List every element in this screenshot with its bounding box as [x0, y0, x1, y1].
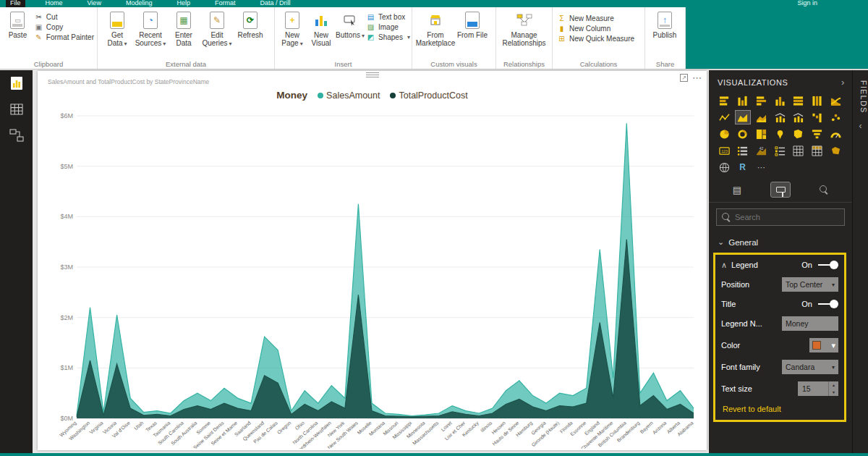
revert-to-default-link[interactable]: Revert to default	[715, 400, 844, 420]
gauge-icon[interactable]	[827, 127, 843, 141]
line-chart-icon[interactable]	[716, 110, 732, 124]
search-input[interactable]	[735, 213, 829, 221]
arcgis-map-icon[interactable]	[716, 160, 732, 174]
ribbon-tab-help[interactable]: Help	[172, 0, 195, 7]
expand-fields-icon[interactable]: ‹	[853, 121, 868, 131]
text-size-stepper[interactable]: ▴▾	[828, 381, 838, 396]
ribbon-tab-data-drill[interactable]: Data / Drill	[255, 0, 294, 7]
table-icon[interactable]	[791, 143, 807, 158]
section-general[interactable]: ⌄ General	[709, 232, 852, 251]
from-file-button[interactable]: From File	[456, 9, 489, 39]
stacked-column-chart-icon[interactable]	[735, 93, 751, 108]
line-and-clustered-column-chart-icon[interactable]	[791, 110, 807, 124]
new-measure-button[interactable]: ΣNew Measure	[557, 14, 634, 22]
area-chart-icon[interactable]	[735, 110, 751, 124]
text-box-icon: ▤	[366, 13, 375, 21]
new-column-button[interactable]: ▮New Column	[557, 25, 634, 33]
data-view-button[interactable]	[0, 96, 33, 122]
clustered-bar-chart-icon[interactable]	[753, 93, 769, 108]
dropdown-caret: ▾	[362, 33, 365, 39]
scatter-chart-icon[interactable]	[827, 110, 843, 124]
report-page[interactable]: ↗ ⋯ SalesAmount and TotalProductCost by …	[38, 71, 707, 450]
y-axis-label: $3M	[60, 263, 73, 271]
font-family-dropdown[interactable]: Candara▾	[782, 360, 838, 374]
format-painter-button[interactable]: ✎Format Painter	[34, 33, 94, 41]
more-options-icon[interactable]: ⋯	[692, 72, 702, 83]
tab-analytics-pane[interactable]	[814, 182, 833, 197]
enter-data-button[interactable]: ▦ Enter Data	[167, 9, 200, 47]
get-data-button[interactable]: Get Data▾	[101, 9, 134, 48]
x-axis-label: Pas de Calais	[252, 420, 278, 444]
legend-toggle[interactable]	[818, 260, 838, 270]
stacked-bar-chart-icon[interactable]	[716, 93, 732, 108]
color-swatch	[812, 341, 821, 350]
ribbon-tab-file[interactable]: File	[6, 0, 25, 7]
r-script-visual-icon[interactable]: R	[735, 160, 751, 174]
collapse-pane-icon[interactable]: ›	[841, 77, 845, 88]
funnel-icon[interactable]	[809, 127, 825, 141]
pie-chart-icon[interactable]	[716, 127, 732, 141]
x-axis-label: Arizona	[652, 420, 668, 435]
refresh-button[interactable]: ⟳ Refresh	[234, 9, 267, 39]
shape-map-icon[interactable]	[827, 143, 843, 158]
manage-relationships-button[interactable]: Manage Relationships	[499, 9, 549, 47]
filled-map-icon[interactable]	[791, 127, 807, 141]
fields-pane-collapsed[interactable]: FIELDS ‹	[852, 70, 868, 453]
tab-fields-pane[interactable]: ▤	[728, 182, 746, 197]
kpi-icon[interactable]: 42	[753, 143, 769, 158]
position-dropdown[interactable]: Top Center▾	[782, 277, 838, 292]
sign-in-link[interactable]: Sign in	[797, 0, 817, 7]
ribbon-tab-modeling[interactable]: Modeling	[122, 0, 157, 7]
image-button[interactable]: ▨Image	[366, 23, 410, 31]
slicer-icon[interactable]	[772, 143, 788, 158]
focus-mode-icon[interactable]: ↗	[680, 74, 688, 82]
new-page-button[interactable]: + New Page▾	[278, 9, 307, 48]
paste-button[interactable]: ▭ Paste	[3, 9, 33, 39]
matrix-icon[interactable]	[809, 143, 825, 158]
ribbon-group-share: ↑ Publish Share	[645, 7, 686, 69]
stepper-down-icon[interactable]: ▾	[829, 389, 838, 396]
100-stacked-column-chart-icon[interactable]	[809, 93, 825, 108]
multi-row-card-icon[interactable]	[735, 143, 751, 158]
legend-name-input[interactable]	[782, 316, 838, 331]
tab-format-pane[interactable]	[771, 182, 790, 197]
cut-button[interactable]: ✂Cut	[34, 13, 94, 21]
format-search[interactable]	[716, 208, 845, 226]
waterfall-chart-icon[interactable]	[809, 110, 825, 124]
line-and-stacked-column-chart-icon[interactable]	[772, 110, 788, 124]
edit-queries-button[interactable]: ✎ Edit Queries▾	[200, 9, 234, 48]
title-toggle[interactable]	[818, 299, 838, 309]
color-dropdown[interactable]: ▾	[809, 338, 838, 352]
map-icon[interactable]	[772, 127, 788, 141]
from-marketplace-button[interactable]: From Marketplace	[415, 9, 456, 47]
ribbon-tab-view[interactable]: View	[83, 0, 106, 7]
recent-sources-button[interactable]: ◔ Recent Sources▾	[134, 9, 167, 48]
text-size-input[interactable]: 15 ▴▾	[798, 381, 838, 396]
visual-drag-handle[interactable]	[366, 72, 379, 77]
ellipsis-icon[interactable]: ⋯	[753, 160, 769, 174]
ribbon-tab-format[interactable]: Format	[210, 0, 240, 7]
ribbon-tab-home[interactable]: Home	[41, 0, 67, 7]
shapes-button[interactable]: ◩Shapes▾	[366, 33, 410, 41]
buttons-button[interactable]: Buttons▾	[336, 9, 365, 40]
legend-section-header[interactable]: ∧Legend On	[715, 256, 844, 274]
clustered-column-chart-icon[interactable]	[772, 93, 788, 108]
treemap-icon[interactable]	[753, 127, 769, 141]
area-chart[interactable]: $0M$1M$2M$3M$4M$5M$6MWyomingWashingtonVi…	[43, 109, 701, 449]
legend-item-TotalProductCost[interactable]: TotalProductCost	[390, 90, 467, 101]
publish-button[interactable]: ↑ Publish	[648, 9, 681, 39]
card-icon[interactable]: 123	[716, 143, 732, 158]
model-view-button[interactable]	[0, 122, 33, 148]
donut-chart-icon[interactable]	[735, 127, 751, 141]
text-box-button[interactable]: ▤Text box	[366, 13, 410, 21]
copy-button[interactable]: ▣Copy	[34, 23, 94, 31]
stepper-up-icon[interactable]: ▴	[829, 381, 838, 389]
100-stacked-bar-chart-icon[interactable]	[791, 93, 807, 108]
report-view-button[interactable]	[0, 70, 33, 96]
stacked-area-chart-icon[interactable]	[753, 110, 769, 124]
x-axis-label: Ohio	[294, 420, 306, 431]
new-quick-measure-button[interactable]: ⊞New Quick Measure	[557, 35, 634, 43]
legend-item-SalesAmount[interactable]: SalesAmount	[318, 90, 380, 101]
new-visual-button[interactable]: New Visual	[307, 9, 336, 47]
ribbon-chart-icon[interactable]	[827, 93, 843, 108]
